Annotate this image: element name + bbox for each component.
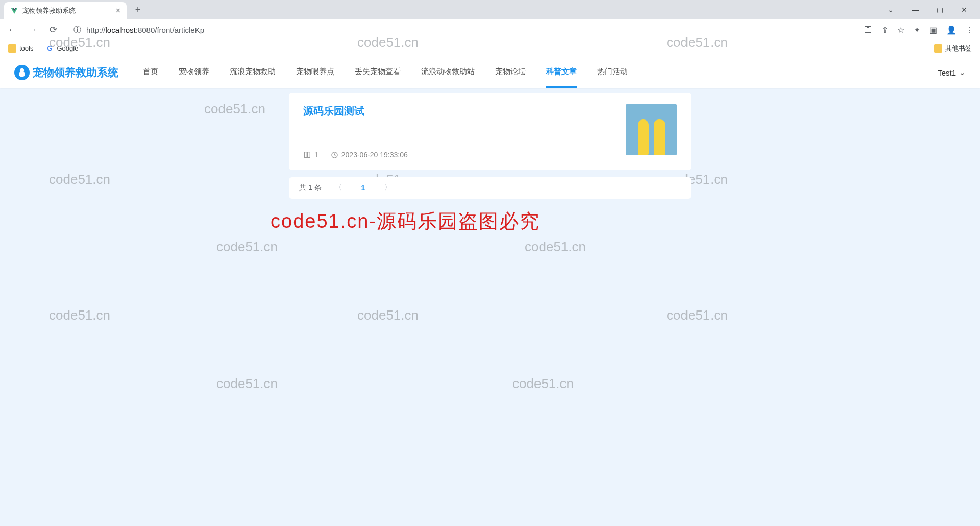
reload-button[interactable]: ⟳	[47, 24, 59, 35]
minimize-icon[interactable]: —	[908, 6, 923, 14]
watermark: code51.cn	[49, 172, 110, 187]
menu-icon[interactable]: ⋮	[966, 25, 974, 35]
book-icon	[303, 151, 311, 159]
logo-icon	[14, 65, 30, 80]
nav-adopt[interactable]: 宠物领养	[179, 57, 209, 88]
info-icon[interactable]: ⓘ	[74, 25, 81, 35]
profile-icon[interactable]: 👤	[946, 25, 957, 35]
views-count: 1	[314, 151, 318, 159]
chevron-down-icon: ⌄	[959, 68, 966, 77]
user-menu[interactable]: Test1 ⌄	[938, 68, 966, 77]
new-tab-button[interactable]: +	[131, 3, 145, 17]
window-controls: ⌄ — ▢ ✕	[883, 6, 980, 14]
vue-icon	[10, 7, 18, 15]
folder-icon	[934, 44, 942, 53]
back-button[interactable]: ←	[6, 25, 18, 35]
other-bookmarks[interactable]: 其他书签	[934, 44, 972, 53]
url-host: localhost	[106, 26, 136, 34]
bookmark-label: 其他书签	[945, 44, 972, 53]
site-top-nav: 宠物领养救助系统 首页 宠物领养 流浪宠物救助 宠物喂养点 丢失宠物查看 流浪动…	[0, 57, 980, 88]
dropdown-icon[interactable]: ⌄	[883, 6, 898, 14]
article-thumbnail	[626, 104, 677, 155]
tab-title: 宠物领养救助系统	[22, 6, 76, 15]
browser-tab[interactable]: 宠物领养救助系统 ×	[4, 2, 127, 19]
google-icon: G	[45, 44, 54, 53]
article-title: 源码乐园测试	[303, 104, 626, 118]
browser-tab-bar: 宠物领养救助系统 × + ⌄ — ▢ ✕	[0, 0, 980, 19]
pagination-next[interactable]: 〉	[380, 183, 396, 193]
big-watermark: code51.cn-源码乐园盗图必究	[271, 208, 540, 234]
maximize-icon[interactable]: ▢	[932, 6, 947, 14]
bookmark-tools[interactable]: tools	[8, 44, 33, 53]
close-window-icon[interactable]: ✕	[957, 6, 972, 14]
url-prefix: http://	[86, 26, 106, 34]
site-logo[interactable]: 宠物领养救助系统	[14, 65, 118, 80]
watermark: code51.cn	[204, 101, 265, 117]
nav-home[interactable]: 首页	[143, 57, 158, 88]
user-name: Test1	[938, 68, 956, 77]
nav-lost-pets[interactable]: 丢失宠物查看	[355, 57, 401, 88]
pagination-total: 共 1 条	[299, 183, 322, 193]
folder-icon	[8, 44, 16, 53]
pagination-prev[interactable]: 〈	[331, 183, 346, 193]
address-bar: ← → ⟳ ⓘ http://localhost:8080/front/arti…	[0, 19, 980, 40]
article-views: 1	[303, 151, 318, 159]
bookmarks-bar: tools G Google 其他书签	[0, 40, 980, 57]
star-icon[interactable]: ☆	[897, 25, 904, 35]
watermark: code51.cn	[525, 239, 586, 255]
panel-icon[interactable]: ▣	[929, 25, 937, 35]
nav-feed-points[interactable]: 宠物喂养点	[296, 57, 334, 88]
timestamp-text: 2023-06-20 19:33:06	[341, 151, 408, 159]
clock-icon	[331, 151, 338, 159]
forward-button[interactable]: →	[27, 25, 39, 35]
close-tab-icon[interactable]: ×	[116, 6, 120, 15]
nav-stray-rescue[interactable]: 流浪宠物救助	[230, 57, 276, 88]
nav-forum[interactable]: 宠物论坛	[495, 57, 526, 88]
bookmark-label: Google	[57, 44, 78, 52]
bookmark-google[interactable]: G Google	[45, 44, 78, 53]
pagination-page[interactable]: 1	[355, 184, 372, 192]
watermark: code51.cn	[49, 307, 110, 323]
watermark: code51.cn	[512, 376, 574, 392]
url-path: :8080/front/articleKp	[136, 26, 204, 34]
pagination: 共 1 条 〈 1 〉	[289, 177, 691, 199]
key-icon[interactable]: ⚿	[864, 25, 872, 34]
watermark: code51.cn	[357, 307, 419, 323]
article-card[interactable]: 源码乐园测试 1 2023-06-20 19:33:06	[289, 93, 691, 170]
nav-activities[interactable]: 热门活动	[597, 57, 628, 88]
extensions-icon[interactable]: ✦	[914, 25, 920, 35]
url-input[interactable]: ⓘ http://localhost:8080/front/articleKp	[67, 22, 856, 37]
watermark: code51.cn	[667, 307, 728, 323]
nav-science[interactable]: 科普文章	[546, 57, 577, 88]
logo-text: 宠物领养救助系统	[33, 65, 118, 80]
watermark: code51.cn	[216, 239, 278, 255]
article-timestamp: 2023-06-20 19:33:06	[331, 151, 408, 159]
share-icon[interactable]: ⇪	[881, 25, 888, 35]
nav-stray-stations[interactable]: 流浪动物救助站	[421, 57, 475, 88]
bookmark-label: tools	[19, 44, 33, 52]
watermark: code51.cn	[216, 376, 278, 392]
